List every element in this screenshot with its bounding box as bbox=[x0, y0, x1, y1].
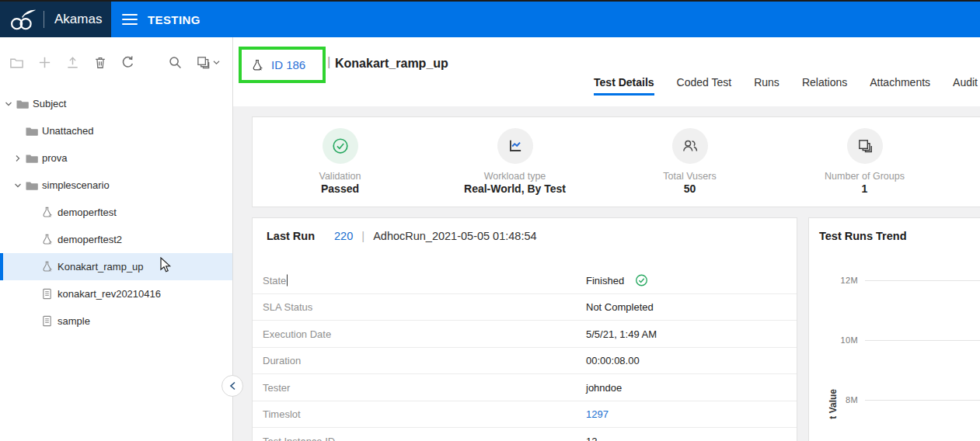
copy-layers-icon bbox=[196, 55, 211, 70]
sidebar-toolbar bbox=[9, 54, 220, 71]
last-run-card: Last Run 220 | AdhocRun_2021-05-05 01:48… bbox=[252, 217, 797, 441]
summary-total-vusers: Total Vusers 50 bbox=[602, 128, 777, 207]
groups-icon bbox=[847, 128, 883, 164]
mouse-cursor bbox=[159, 257, 172, 276]
row-label: SLA Status bbox=[263, 301, 312, 313]
tree-item-label: Konakart_ramp_up bbox=[58, 261, 144, 273]
tab-coded-test[interactable]: Coded Test bbox=[677, 76, 732, 95]
folder-icon bbox=[26, 180, 42, 191]
tree-item-konakart-ramp-up[interactable]: Konakart_ramp_up bbox=[0, 253, 232, 280]
row-label: Test Instance ID bbox=[263, 435, 335, 441]
test-id-badge[interactable]: ID 186 bbox=[271, 58, 305, 71]
brand-divider bbox=[44, 11, 44, 28]
timeslot-link[interactable]: 1297 bbox=[586, 408, 609, 420]
table-row-timeslot: Timeslot 1297 bbox=[253, 401, 797, 429]
test-tree: Subject Unattached prova simplescenario … bbox=[0, 90, 232, 335]
tree-item-label: demoperftest2 bbox=[58, 234, 122, 245]
chevron-down-icon[interactable] bbox=[14, 182, 26, 189]
tree-item-label: konakart_rev20210416 bbox=[58, 288, 161, 300]
brand-name: Akamas bbox=[54, 12, 102, 27]
script-icon bbox=[41, 288, 58, 300]
summary-label: Total Vusers bbox=[663, 171, 716, 182]
last-run-header: Last Run 220 | AdhocRun_2021-05-05 01:48… bbox=[267, 229, 797, 242]
tab-runs[interactable]: Runs bbox=[754, 76, 779, 95]
view-layers-control[interactable] bbox=[196, 55, 220, 70]
table-row-test-instance-id: Test Instance ID 12 bbox=[253, 428, 797, 441]
tree-item-sample[interactable]: sample bbox=[0, 307, 232, 335]
search-icon[interactable] bbox=[168, 55, 183, 70]
table-row-tester: Tester johndoe bbox=[253, 374, 797, 401]
sidebar: Subject Unattached prova simplescenario … bbox=[0, 37, 233, 441]
tree-item-simplescenario[interactable]: simplescenario bbox=[0, 172, 232, 199]
tab-test-details[interactable]: Test Details bbox=[594, 76, 654, 95]
menu-icon[interactable] bbox=[122, 14, 138, 26]
chevron-left-icon bbox=[229, 381, 236, 391]
row-label: Duration bbox=[263, 355, 301, 366]
summary-label: Workload type bbox=[484, 171, 546, 182]
check-circle-icon bbox=[323, 128, 358, 164]
main-header: ID 186 | Konakart_ramp_up Test Details C… bbox=[233, 37, 980, 106]
summary-value: 50 bbox=[684, 182, 696, 195]
page-title: Konakart_ramp_up bbox=[335, 57, 448, 71]
flask-icon bbox=[251, 59, 263, 71]
annotation-highlight-box: ID 186 bbox=[239, 47, 326, 83]
new-folder-icon[interactable] bbox=[9, 55, 24, 70]
gridline bbox=[865, 340, 980, 341]
folder-icon bbox=[26, 126, 42, 137]
folder-icon bbox=[16, 99, 33, 109]
header-separator: | bbox=[327, 54, 330, 70]
tree-item-label: Unattached bbox=[42, 125, 94, 137]
y-tick: 10M bbox=[809, 335, 858, 345]
folder-icon bbox=[26, 153, 42, 164]
run-id-link[interactable]: 220 bbox=[334, 230, 353, 242]
delete-icon[interactable] bbox=[93, 55, 107, 70]
upload-icon[interactable] bbox=[65, 55, 80, 70]
tree-item-prova[interactable]: prova bbox=[0, 144, 232, 172]
add-icon[interactable] bbox=[37, 55, 52, 70]
tree-item-label: simplescenario bbox=[42, 179, 110, 191]
tab-audit[interactable]: Audit bbox=[953, 76, 978, 95]
table-row-execution-date: Execution Date 5/5/21, 1:49 AM bbox=[253, 321, 797, 348]
row-value: Not Completed bbox=[586, 301, 654, 313]
top-bar: Akamas TESTING bbox=[0, 0, 980, 37]
summary-validation: Validation Passed bbox=[253, 128, 427, 207]
check-circle-icon bbox=[635, 273, 648, 286]
tree-item-subject[interactable]: Subject bbox=[0, 90, 232, 117]
text-caret bbox=[287, 274, 288, 286]
summary-value: Passed bbox=[321, 182, 359, 195]
tree-item-label: sample bbox=[58, 315, 90, 327]
run-name: AdhocRun_2021-05-05 01:48:54 bbox=[373, 230, 536, 242]
line-chart-icon bbox=[497, 128, 533, 164]
chevron-down-icon bbox=[213, 60, 220, 65]
table-row-sla-status: SLA Status Not Completed bbox=[253, 294, 797, 321]
tree-item-demoperftest[interactable]: demoperftest bbox=[0, 199, 232, 226]
y-tick: 12M bbox=[809, 276, 858, 285]
last-run-label: Last Run bbox=[267, 230, 315, 242]
summary-number-of-groups: Number of Groups 1 bbox=[777, 128, 952, 207]
tab-relations[interactable]: Relations bbox=[802, 76, 847, 95]
row-value: 00:00:08.00 bbox=[586, 355, 640, 366]
tree-item-unattached[interactable]: Unattached bbox=[0, 117, 232, 144]
flask-icon bbox=[41, 234, 58, 245]
row-value: 12 bbox=[586, 435, 597, 441]
microfocus-logo-icon bbox=[9, 7, 37, 32]
row-value: 5/5/21, 1:49 AM bbox=[586, 328, 657, 339]
summary-value: 1 bbox=[862, 182, 868, 195]
chevron-down-icon[interactable] bbox=[5, 100, 16, 108]
flask-icon bbox=[41, 261, 58, 273]
chevron-right-icon[interactable] bbox=[14, 155, 26, 162]
summary-workload-type: Workload type Real-World, By Test bbox=[427, 128, 602, 207]
refresh-icon[interactable] bbox=[120, 55, 135, 70]
row-value: johndoe bbox=[586, 381, 622, 393]
script-icon bbox=[41, 315, 58, 327]
y-axis-label: t Value bbox=[828, 389, 839, 419]
run-separator: | bbox=[361, 229, 364, 242]
tab-attachments[interactable]: Attachments bbox=[870, 76, 930, 95]
project-name[interactable]: TESTING bbox=[148, 13, 201, 26]
tree-item-demoperftest2[interactable]: demoperftest2 bbox=[0, 226, 232, 253]
project-block: TESTING bbox=[111, 2, 980, 37]
tree-item-konakart-rev20210416[interactable]: konakart_rev20210416 bbox=[0, 280, 232, 307]
table-row-duration: Duration 00:00:08.00 bbox=[253, 348, 797, 375]
sidebar-collapse-button[interactable] bbox=[221, 375, 243, 397]
trend-title: Test Runs Trend bbox=[819, 230, 907, 242]
